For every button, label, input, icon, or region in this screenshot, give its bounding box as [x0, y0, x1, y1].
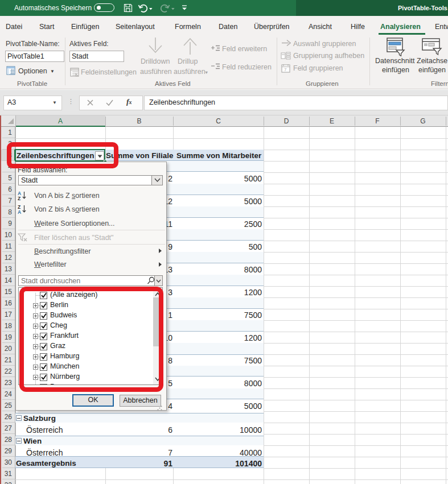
svg-text:Z: Z [18, 196, 20, 201]
svg-text:A: A [18, 209, 21, 214]
svg-text:7: 7 [284, 67, 287, 72]
